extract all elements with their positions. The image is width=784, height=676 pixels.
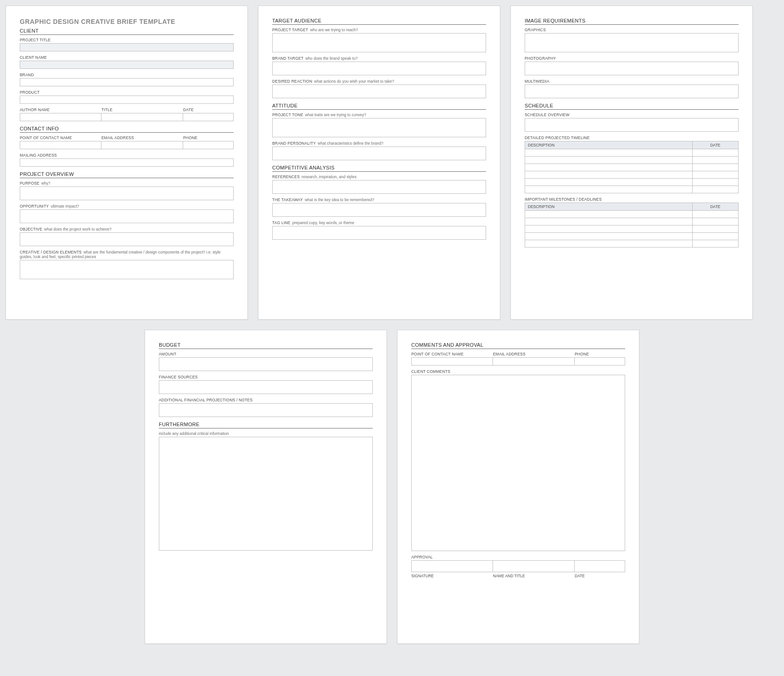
label-date: DATE — [183, 107, 234, 112]
label-client-name: CLIENT NAME — [20, 55, 234, 60]
input-finance[interactable] — [159, 380, 373, 394]
input-author-name[interactable] — [20, 113, 101, 121]
input-multimedia[interactable] — [525, 84, 739, 98]
label-takeaway: THE TAKEAWAYwhat is the key idea to be r… — [272, 197, 486, 202]
label-purpose: PURPOSEwhy? — [20, 181, 234, 186]
label-tone: PROJECT TONEwhat traits are we trying to… — [272, 113, 486, 117]
table-row — [525, 149, 739, 157]
table-row — [525, 233, 739, 240]
section-overview: PROJECT OVERVIEW — [20, 171, 234, 178]
section-contact: CONTACT INFO — [20, 126, 234, 133]
label-phone: PHONE — [183, 135, 234, 140]
input-poc[interactable] — [20, 141, 101, 149]
label-milestones: IMPORTANT MILESTONES / DEADLINES — [525, 197, 739, 202]
input-client-name[interactable] — [20, 61, 234, 69]
table-milestones: DESCRIPTIONDATE — [525, 203, 739, 248]
label-opportunity: OPPORTUNITYultimate impact? — [20, 204, 234, 208]
label-personality: BRAND PERSONALITYwhat characteristics de… — [272, 141, 486, 146]
label-target: PROJECT TARGETwho are we trying to reach… — [272, 28, 486, 32]
input-phone[interactable] — [183, 141, 234, 149]
label-schedule-overview: SCHEDULE OVERVIEW — [525, 113, 739, 117]
label-graphics: GRAPHICS — [525, 28, 739, 32]
page-3-image-schedule: IMAGE REQUIREMENTS GRAPHICS PHOTOGRAPHY … — [510, 6, 753, 320]
input-email-5[interactable] — [493, 357, 575, 366]
label-title: TITLE — [101, 107, 183, 112]
input-brand-target[interactable] — [272, 62, 486, 75]
page-1-client: GRAPHIC DESIGN CREATIVE BRIEF TEMPLATE C… — [6, 6, 248, 320]
table-row — [525, 171, 739, 179]
label-brand-target: BRAND TARGETwho does the brand speak to? — [272, 56, 486, 61]
under-date: DATE — [575, 574, 625, 578]
table-row — [525, 218, 739, 225]
table-row — [525, 179, 739, 186]
label-additional: ADDITIONAL FINANCIAL PROJECTIONS / NOTES — [159, 398, 373, 402]
input-objective[interactable] — [20, 232, 234, 246]
input-tagline[interactable] — [272, 226, 486, 240]
section-client: CLIENT — [20, 28, 234, 35]
input-brand[interactable] — [20, 78, 234, 86]
input-product[interactable] — [20, 96, 234, 104]
section-furthermore: FURTHERMORE — [159, 422, 373, 428]
label-email: EMAIL ADDRESS — [101, 135, 183, 140]
label-photography: PHOTOGRAPHY — [525, 56, 739, 61]
input-creative[interactable] — [20, 260, 234, 279]
label-objective: OBJECTIVEwhat does the project work to a… — [20, 227, 234, 231]
input-target[interactable] — [272, 33, 486, 52]
under-signature: SIGNATURE — [411, 574, 493, 578]
input-personality[interactable] — [272, 146, 486, 160]
table-timeline: DESCRIPTIONDATE — [525, 141, 739, 193]
input-phone-5[interactable] — [575, 357, 625, 366]
input-date[interactable] — [183, 113, 234, 121]
page-5-comments: COMMENTS AND APPROVAL POINT OF CONTACT N… — [397, 330, 639, 644]
input-schedule-overview[interactable] — [525, 118, 739, 132]
input-takeaway[interactable] — [272, 203, 486, 217]
label-email-5: EMAIL ADDRESS — [493, 352, 575, 356]
section-audience: TARGET AUDIENCE — [272, 18, 486, 25]
input-opportunity[interactable] — [20, 209, 234, 223]
label-poc-5: POINT OF CONTACT NAME — [411, 352, 493, 356]
section-comments: COMMENTS AND APPROVAL — [411, 342, 625, 349]
input-references[interactable] — [272, 180, 486, 194]
input-tone[interactable] — [272, 118, 486, 137]
input-title[interactable] — [101, 113, 183, 121]
label-multimedia: MULTIMEDIA — [525, 79, 739, 84]
section-schedule: SCHEDULE — [525, 103, 739, 110]
input-amount[interactable] — [159, 357, 373, 371]
input-additional[interactable] — [159, 403, 373, 417]
input-graphics[interactable] — [525, 33, 739, 52]
label-furthermore-hint: include any additional critical informat… — [159, 431, 373, 436]
table-row — [525, 186, 739, 193]
label-poc: POINT OF CONTACT NAME — [20, 135, 101, 140]
input-furthermore[interactable] — [159, 437, 373, 551]
section-attitude: ATTITUDE — [272, 103, 486, 110]
th-desc: DESCRIPTION — [525, 141, 693, 149]
input-client-comments[interactable] — [411, 375, 625, 551]
input-project-title[interactable] — [20, 43, 234, 51]
page-2-audience: TARGET AUDIENCE PROJECT TARGETwho are we… — [258, 6, 500, 320]
table-row — [525, 157, 739, 164]
input-photography[interactable] — [525, 62, 739, 75]
input-approval-date[interactable] — [575, 560, 625, 572]
input-reaction[interactable] — [272, 84, 486, 98]
input-email[interactable] — [101, 141, 183, 149]
input-mailing[interactable] — [20, 158, 234, 167]
label-phone-5: PHONE — [575, 352, 625, 356]
label-creative: CREATIVE / DESIGN ELEMENTSwhat are the f… — [20, 250, 234, 259]
label-finance: FINANCE SOURCES — [159, 375, 373, 379]
doc-title: GRAPHIC DESIGN CREATIVE BRIEF TEMPLATE — [20, 18, 234, 25]
label-reaction: DESIRED REACTIONwhat actions do you wish… — [272, 79, 486, 84]
table-row — [525, 211, 739, 218]
input-signature[interactable] — [411, 560, 493, 572]
input-name-title[interactable] — [493, 560, 575, 572]
label-references: REFERENCESresearch, inspiration, and sty… — [272, 175, 486, 179]
page-4-budget: BUDGET AMOUNT FINANCE SOURCES ADDITIONAL… — [145, 330, 387, 644]
input-poc-5[interactable] — [411, 357, 493, 366]
input-purpose[interactable] — [20, 186, 234, 200]
section-competitive: COMPETITIVE ANALYSIS — [272, 165, 486, 172]
label-project-title: PROJECT TITLE — [20, 38, 234, 42]
label-approval: APPROVAL — [411, 555, 625, 559]
table-row — [525, 225, 739, 233]
table-row — [525, 164, 739, 171]
label-mailing: MAILING ADDRESS — [20, 153, 234, 158]
table-row — [525, 240, 739, 248]
